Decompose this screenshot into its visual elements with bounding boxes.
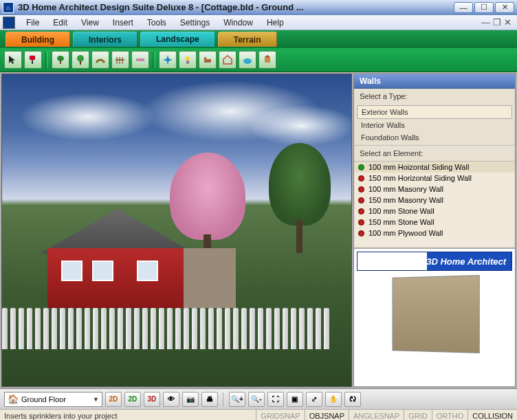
separator bbox=[223, 393, 224, 406]
type-item[interactable]: Foundation Walls bbox=[357, 131, 512, 144]
tab-building[interactable]: Building bbox=[6, 32, 70, 47]
type-list: Exterior WallsInterior WallsFoundation W… bbox=[354, 104, 515, 145]
plant-tool-button[interactable] bbox=[52, 51, 69, 69]
svg-rect-13 bbox=[186, 60, 189, 64]
mdi-restore[interactable]: ❐ bbox=[493, 17, 501, 27]
landscape-toolbar bbox=[0, 48, 517, 72]
edging-tool-button[interactable] bbox=[131, 51, 149, 69]
status-toggle-anglesnap[interactable]: ANGLESNAP bbox=[349, 410, 404, 420]
view-2d-button[interactable]: 2D bbox=[105, 392, 122, 407]
3d-viewport[interactable] bbox=[1, 74, 352, 387]
app-icon: ⌂ bbox=[3, 2, 14, 13]
type-item[interactable]: Exterior Walls bbox=[357, 105, 512, 119]
menu-edit[interactable]: Edit bbox=[46, 16, 74, 29]
element-label: 150 mm Horizontal Siding Wall bbox=[368, 174, 472, 182]
zoom-out-button[interactable]: 🔍- bbox=[248, 392, 265, 407]
element-item[interactable]: 150 mm Stone Wall bbox=[354, 217, 515, 228]
floor-icon: 🏠 bbox=[8, 394, 19, 404]
menu-view[interactable]: View bbox=[74, 16, 106, 29]
select-tool-button[interactable] bbox=[4, 51, 22, 69]
status-dot-icon bbox=[358, 197, 364, 203]
minimize-button[interactable]: — bbox=[454, 2, 473, 13]
path-tool-button[interactable] bbox=[91, 51, 109, 69]
mdi-icon[interactable] bbox=[3, 16, 15, 29]
water-tool-button[interactable] bbox=[239, 51, 256, 69]
mdi-minimize[interactable]: — bbox=[481, 17, 490, 27]
status-dot-icon bbox=[358, 208, 364, 214]
view-2d-shaded-button[interactable]: 2D bbox=[124, 392, 141, 407]
status-toggle-grid[interactable]: GRID bbox=[404, 410, 432, 420]
status-dot-icon bbox=[358, 186, 364, 192]
tree-tool-button[interactable] bbox=[72, 51, 89, 69]
menu-tools[interactable]: Tools bbox=[140, 16, 173, 29]
lighting-tool-button[interactable] bbox=[179, 51, 197, 69]
tab-interiors[interactable]: Interiors bbox=[73, 32, 138, 47]
status-bar: Inserts sprinklers into your project GRI… bbox=[0, 409, 517, 420]
svg-rect-17 bbox=[265, 57, 270, 63]
element-label: 150 mm Masonry Wall bbox=[368, 196, 443, 204]
work-area: Walls Select a Type: Exterior WallsInter… bbox=[0, 72, 517, 388]
print-button[interactable]: 🖶 bbox=[201, 392, 218, 407]
separator bbox=[45, 52, 48, 68]
view-camera-button[interactable]: 👁 bbox=[163, 392, 179, 407]
menu-help[interactable]: Help bbox=[260, 16, 291, 29]
svg-point-12 bbox=[186, 56, 190, 60]
status-toggle-objsnap[interactable]: OBJSNAP bbox=[305, 410, 349, 420]
title-bar: ⌂ 3D Home Architect Design Suite Deluxe … bbox=[0, 0, 517, 15]
maximize-button[interactable]: ☐ bbox=[474, 2, 494, 13]
zoom-realtime-button[interactable]: ⤢ bbox=[306, 392, 322, 407]
menu-file[interactable]: File bbox=[19, 16, 46, 29]
menu-settings[interactable]: Settings bbox=[173, 16, 217, 29]
view-toolbar: 🏠 ▼ 2D 2D 3D 👁 📷 🖶 🔍+ 🔍- ⛶ ▣ ⤢ ✋ 🗘 bbox=[0, 388, 517, 409]
element-list[interactable]: 100 mm Hoizontal Siding Wall150 mm Horiz… bbox=[354, 161, 515, 247]
svg-rect-1 bbox=[32, 60, 33, 64]
menu-window[interactable]: Window bbox=[217, 16, 260, 29]
svg-point-2 bbox=[57, 56, 64, 61]
svg-rect-5 bbox=[80, 61, 81, 65]
element-preview bbox=[392, 275, 479, 353]
element-item[interactable]: 150 mm Horizontal Siding Wall bbox=[354, 173, 515, 184]
zoom-window-button[interactable]: ⛶ bbox=[267, 392, 284, 407]
floor-selector[interactable]: 🏠 ▼ bbox=[4, 392, 102, 407]
sprinkler-tool-button[interactable] bbox=[159, 51, 177, 69]
element-item[interactable]: 150 mm Masonry Wall bbox=[354, 195, 515, 206]
svg-point-11 bbox=[166, 58, 170, 62]
window-controls: — ☐ ✕ bbox=[454, 2, 514, 13]
svg-rect-9 bbox=[116, 59, 124, 60]
status-toggle-ortho[interactable]: ORTHO bbox=[432, 410, 468, 420]
furniture-tool-button[interactable] bbox=[199, 51, 217, 69]
element-item[interactable]: 100 mm Hoizontal Siding Wall bbox=[354, 162, 515, 173]
zoom-fit-button[interactable]: ▣ bbox=[287, 392, 303, 407]
tab-terrain[interactable]: Terrain bbox=[218, 32, 277, 47]
select-element-label: Select an Element: bbox=[354, 145, 515, 161]
orbit-button[interactable]: 🗘 bbox=[344, 392, 361, 407]
mdi-close[interactable]: ✕ bbox=[504, 17, 512, 27]
accessory-tool-button[interactable] bbox=[258, 51, 276, 69]
chevron-down-icon[interactable]: ▼ bbox=[93, 396, 99, 403]
preview-panel: 3D Home Architect bbox=[354, 247, 515, 386]
element-label: 100 mm Masonry Wall bbox=[368, 185, 443, 193]
zoom-in-button[interactable]: 🔍+ bbox=[229, 392, 245, 407]
element-item[interactable]: 100 mm Stone Wall bbox=[354, 206, 515, 217]
screenshot-button[interactable]: 📷 bbox=[182, 392, 199, 407]
status-dot-icon bbox=[358, 164, 364, 170]
floor-input[interactable] bbox=[21, 395, 90, 404]
element-label: 100 mm Plywood Wall bbox=[368, 229, 443, 237]
menu-insert[interactable]: Insert bbox=[106, 16, 140, 29]
fence-tool-button[interactable] bbox=[111, 51, 129, 69]
type-item[interactable]: Interior Walls bbox=[357, 119, 512, 131]
tab-bar: Building Interiors Landscape Terrain bbox=[0, 30, 517, 48]
close-button[interactable]: ✕ bbox=[495, 2, 514, 13]
tab-landscape[interactable]: Landscape bbox=[140, 32, 215, 47]
element-item[interactable]: 100 mm Plywood Wall bbox=[354, 228, 515, 239]
scene-render bbox=[2, 74, 351, 386]
status-toggle-gridsnap[interactable]: GRIDSNAP bbox=[256, 410, 304, 420]
element-label: 100 mm Hoizontal Siding Wall bbox=[368, 163, 469, 171]
svg-rect-0 bbox=[30, 56, 35, 60]
structure-tool-button[interactable] bbox=[219, 51, 236, 69]
element-item[interactable]: 100 mm Masonry Wall bbox=[354, 184, 515, 195]
paint-tool-button[interactable] bbox=[24, 51, 42, 69]
view-3d-button[interactable]: 3D bbox=[144, 392, 160, 407]
status-toggle-collision[interactable]: COLLISION bbox=[468, 410, 517, 420]
pan-button[interactable]: ✋ bbox=[325, 392, 342, 407]
